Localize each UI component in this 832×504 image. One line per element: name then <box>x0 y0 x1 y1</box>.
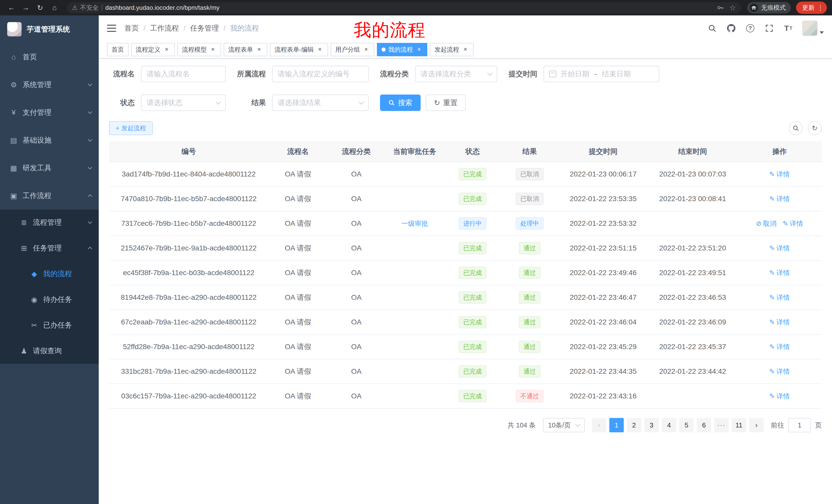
detail-action[interactable]: ✎详情 <box>769 194 790 203</box>
tab-my-process[interactable]: 我的流程× <box>377 43 427 56</box>
result-select[interactable]: 请选择流结果 <box>272 94 369 111</box>
tab-home[interactable]: 首页 <box>107 43 129 56</box>
cell-id: 67c2eaab-7b9a-11ec-a290-acde48001122 <box>109 310 268 334</box>
sidebar-item-task-management[interactable]: ⊞任务管理 <box>0 235 99 261</box>
next-page-button[interactable]: › <box>749 418 763 432</box>
browser-home-icon[interactable]: ⌂ <box>48 2 61 14</box>
browser-back-icon[interactable]: ← <box>5 2 18 14</box>
sidebar-item-devtools[interactable]: ▦研发工具 <box>0 154 99 182</box>
date-range-picker[interactable]: 开始日期 - 结束日期 <box>544 66 659 82</box>
address-bar[interactable]: ⚠ 不安全 dashboard.yudao.iocoder.cn/bpm/tas… <box>67 2 741 13</box>
page-button-2[interactable]: 2 <box>627 418 641 432</box>
password-key-icon[interactable] <box>717 4 724 11</box>
breadcrumb-item[interactable]: 工作流程 <box>150 23 179 33</box>
browser-reload-icon[interactable]: ↻ <box>34 2 46 14</box>
toggle-search-button[interactable] <box>789 121 803 135</box>
current-task-link[interactable]: 一级审批 <box>401 219 428 228</box>
detail-action[interactable]: ✎详情 <box>769 318 790 327</box>
cell-actions: ✎详情 <box>737 310 822 334</box>
process-category-select[interactable]: 请选择流程分类 <box>415 66 497 82</box>
detail-action[interactable]: ✎详情 <box>769 342 790 352</box>
page-button-11[interactable]: 11 <box>732 418 746 432</box>
tab-process-form[interactable]: 流程表单× <box>224 43 267 56</box>
reset-button[interactable]: ↻ 重置 <box>426 94 466 111</box>
reset-icon: ↻ <box>434 99 440 107</box>
cancel-action[interactable]: ⊘取消 <box>756 219 777 228</box>
page-button-6[interactable]: 6 <box>697 418 711 432</box>
page-button-5[interactable]: 5 <box>679 418 694 432</box>
cell-current-task <box>385 260 444 285</box>
sidebar-item-my-process[interactable]: ◆我的流程 <box>0 261 99 287</box>
detail-action[interactable]: ✎详情 <box>769 293 790 302</box>
sidebar-item-system[interactable]: ⚙系统管理 <box>0 71 99 99</box>
page-button-1[interactable]: 1 <box>609 418 624 432</box>
font-size-icon[interactable]: TT <box>783 23 794 33</box>
breadcrumb-item[interactable]: 任务管理 <box>190 23 219 33</box>
tab-process-definition[interactable]: 流程定义× <box>131 43 175 56</box>
browser-forward-icon[interactable]: → <box>20 2 32 14</box>
more-pages-button[interactable]: ··· <box>714 418 729 432</box>
cell-submit-time: 2022-01-22 23:49:46 <box>558 260 648 285</box>
user-avatar[interactable] <box>802 21 824 36</box>
tab-process-model[interactable]: 流程模型× <box>177 43 221 56</box>
sidebar-item-workflow[interactable]: ▣工作流程 <box>0 182 99 209</box>
refresh-button[interactable]: ↻ <box>808 121 822 135</box>
detail-action[interactable]: ✎详情 <box>769 367 790 376</box>
search-button[interactable]: 搜索 <box>380 94 421 111</box>
security-status[interactable]: ⚠ 不安全 <box>72 4 99 12</box>
close-icon[interactable]: × <box>316 46 323 53</box>
detail-action[interactable]: ✎详情 <box>769 244 790 253</box>
result-tag: 已取消 <box>516 168 544 180</box>
hamburger-icon[interactable] <box>107 25 116 32</box>
update-button[interactable]: 更新 ⋮ <box>796 2 827 14</box>
table-body: 3ad174fb-7b9d-11ec-8404-acde48001122OA 请… <box>109 162 822 409</box>
sidebar-item-home[interactable]: ⌂首页 <box>0 43 99 71</box>
prev-page-button[interactable]: ‹ <box>592 418 606 432</box>
sidebar-item-infrastructure[interactable]: ▤基础设施 <box>0 127 99 154</box>
fullscreen-icon[interactable] <box>764 23 774 33</box>
cell-status: 已完成 <box>444 236 501 260</box>
close-icon[interactable]: × <box>256 46 263 53</box>
sidebar: 芋道管理系统 ⌂首页⚙系统管理¥支付管理▤基础设施▦研发工具▣工作流程≣流程管理… <box>0 16 99 504</box>
kebab-menu-icon[interactable]: ⋮ <box>817 4 824 12</box>
sidebar-item-todo-tasks[interactable]: ◉待办任务 <box>0 287 99 312</box>
close-icon[interactable]: × <box>415 46 423 53</box>
search-icon[interactable] <box>707 23 717 33</box>
chevron-down-icon <box>575 422 580 427</box>
column-header: 操作 <box>737 141 822 162</box>
app-logo-bar[interactable]: 芋道管理系统 <box>0 16 99 43</box>
detail-action[interactable]: ✎详情 <box>769 392 790 401</box>
sidebar-item-leave-query[interactable]: ♟请假查询 <box>0 338 99 364</box>
tab-start-process[interactable]: 发起流程× <box>430 43 474 56</box>
breadcrumb-item[interactable]: 首页 <box>125 23 139 33</box>
sidebar-item-process-management[interactable]: ≣流程管理 <box>0 209 99 235</box>
page-button-3[interactable]: 3 <box>644 418 659 432</box>
incognito-badge[interactable]: 无痕模式 <box>747 2 791 13</box>
breadcrumb-item: 我的流程 <box>230 23 259 33</box>
detail-action[interactable]: ✎详情 <box>769 170 790 179</box>
tab-user-group[interactable]: 用户分组× <box>331 43 374 56</box>
sidebar-item-payment[interactable]: ¥支付管理 <box>0 99 99 127</box>
detail-action[interactable]: ✎详情 <box>769 269 790 277</box>
page-button-4[interactable]: 4 <box>662 418 676 432</box>
close-icon[interactable]: × <box>209 46 216 53</box>
status-tag: 已完成 <box>459 316 487 328</box>
cell-result: 通过 <box>501 310 558 334</box>
breadcrumb-separator: / <box>144 24 146 32</box>
status-select[interactable]: 请选择状态 <box>141 94 226 111</box>
sidebar-item-done-tasks[interactable]: ✂已办任务 <box>0 312 99 338</box>
close-icon[interactable]: × <box>462 46 469 53</box>
tab-process-form-edit[interactable]: 流程表单-编辑× <box>270 43 328 56</box>
cell-id: 52ffd28e-7b9a-11ec-a290-acde48001122 <box>109 334 268 359</box>
page-size-select[interactable]: 10条/页 <box>543 418 585 432</box>
github-icon[interactable] <box>726 23 736 33</box>
start-process-button[interactable]: + 发起流程 <box>109 121 153 135</box>
close-icon[interactable]: × <box>363 46 370 53</box>
bookmark-star-icon[interactable]: ☆ <box>729 4 736 12</box>
close-icon[interactable]: × <box>163 46 170 53</box>
process-definition-input[interactable] <box>278 70 363 78</box>
process-name-input[interactable] <box>147 70 220 78</box>
detail-action[interactable]: ✎详情 <box>783 219 803 228</box>
help-icon[interactable]: ? <box>745 23 755 33</box>
jump-input[interactable] <box>788 418 811 432</box>
